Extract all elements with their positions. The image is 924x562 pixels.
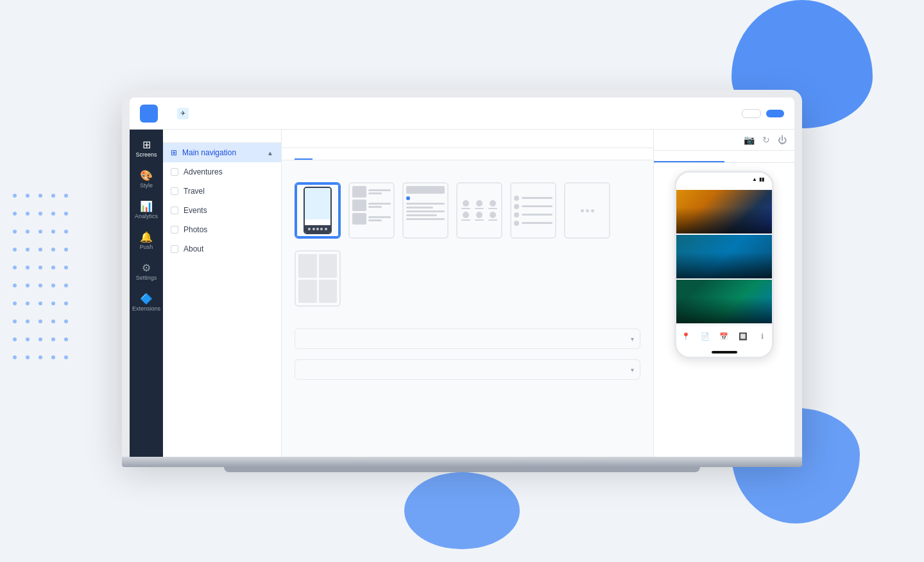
phone-status-bar: ▲ ▮▮ — [676, 173, 772, 185]
sidebar-item-extensions[interactable]: 🔷 Extensions — [130, 289, 163, 317]
tab-navigation-bar[interactable] — [330, 148, 348, 160]
screens-icon: ⊞ — [142, 140, 151, 150]
laptop-screen: ✈ ⊞ Screens — [130, 98, 794, 457]
starting-screen-select[interactable] — [295, 328, 640, 349]
dot — [312, 228, 315, 230]
app-layout: ✈ ⊞ Screens — [130, 98, 794, 457]
grid-icon — [476, 200, 483, 207]
card-img — [352, 200, 366, 211]
layout-icon-grid[interactable] — [456, 182, 502, 243]
screen-item-main-navigation[interactable]: ⊞ Main navigation ▲ — [163, 143, 281, 162]
layout-none[interactable] — [564, 182, 610, 243]
blob-bottom-center — [404, 472, 520, 549]
list-icon — [514, 221, 519, 226]
list-icon — [514, 204, 519, 209]
tab-iphone-xs-max[interactable] — [654, 151, 724, 162]
refresh-icon[interactable]: ↻ — [762, 135, 770, 145]
card-list-thumb — [348, 182, 395, 239]
layout-tab-bar[interactable] — [295, 182, 341, 243]
card-thumb-visual — [350, 183, 393, 237]
grid-cell — [460, 200, 471, 209]
card-img — [352, 186, 366, 198]
style-label: Style — [140, 182, 153, 189]
screen-item-events[interactable]: Events — [163, 201, 281, 220]
wifi-icon: ▲ — [752, 176, 757, 182]
sidebar-item-screens[interactable]: ⊞ Screens — [130, 135, 163, 163]
line — [406, 210, 445, 212]
line — [368, 192, 382, 194]
tile-grid-visual — [296, 251, 339, 305]
screen-item-photos[interactable]: Photos — [163, 220, 281, 239]
phone-content: 📍 📄 📅 — [676, 190, 772, 349]
phone-bottom-nav: 📍 📄 📅 — [676, 325, 772, 349]
list-line — [522, 197, 552, 199]
layout-list[interactable] — [510, 182, 556, 243]
layout-tile-grid[interactable] — [295, 250, 341, 311]
phone-status-icons: ▲ ▮▮ — [752, 176, 764, 182]
screen-item-travel[interactable]: Travel — [163, 182, 281, 201]
phone-nav-events[interactable]: 📅 — [715, 330, 734, 345]
none-dots — [581, 209, 594, 212]
list-icon — [514, 196, 519, 201]
layout-drawer[interactable] — [402, 182, 449, 243]
phone-card-mountains — [676, 190, 772, 234]
hire-pro-button[interactable] — [742, 109, 761, 118]
screens-label: Screens — [135, 151, 157, 158]
phone-nav-about[interactable]: ℹ — [753, 330, 772, 345]
tab-iphone-8-plus[interactable] — [724, 151, 795, 162]
phone-mockup: ▲ ▮▮ — [674, 171, 774, 359]
grid-icon — [463, 212, 469, 218]
settings-label: Settings — [136, 275, 157, 281]
grid-label — [488, 219, 497, 221]
icon-grid-thumb — [456, 182, 502, 239]
push-icon: 🔔 — [140, 232, 153, 243]
icons-text-select[interactable] — [295, 359, 640, 380]
tab-icons[interactable] — [312, 148, 330, 160]
sidebar-item-style[interactable]: 🎨 Style — [130, 166, 163, 194]
card-img — [352, 213, 366, 225]
about-nav-icon: ℹ — [761, 332, 764, 341]
sidebar-item-push[interactable]: 🔔 Push — [130, 227, 163, 255]
phone-bottom-bar — [676, 349, 772, 357]
dot-grid-decoration: const grid = document.querySelector('.do… — [13, 194, 72, 368]
screen-item-adventures[interactable]: Adventures — [163, 162, 281, 182]
grid-icon — [463, 200, 469, 207]
dot — [320, 228, 323, 230]
phone-card-fishing — [676, 235, 772, 278]
tab-layout[interactable] — [295, 148, 312, 160]
grid-icon — [490, 212, 496, 218]
travel-nav-icon: 📄 — [701, 332, 710, 341]
grid-label — [461, 208, 470, 209]
drawer-thumb — [402, 182, 449, 239]
about-checkbox[interactable] — [171, 245, 178, 253]
laptop-wrapper: ✈ ⊞ Screens — [122, 90, 802, 472]
phone-card-fishing2 — [676, 280, 772, 323]
photos-checkbox[interactable] — [171, 226, 178, 234]
main-nav-icon: ⊞ — [171, 148, 177, 157]
app-logo[interactable] — [140, 105, 158, 123]
dot — [316, 228, 319, 230]
power-icon[interactable]: ⏻ — [778, 135, 787, 145]
publish-button[interactable] — [766, 110, 784, 117]
layout-card-list[interactable] — [348, 182, 395, 243]
style-icon: 🎨 — [140, 171, 153, 181]
drawer-header — [406, 186, 445, 194]
events-checkbox[interactable] — [171, 207, 178, 214]
travel-checkbox[interactable] — [171, 187, 178, 195]
nav-layouts — [295, 182, 640, 311]
tile-cell — [298, 254, 317, 278]
phone-thumb-bar — [305, 225, 330, 233]
camera-icon[interactable]: 📷 — [744, 135, 755, 145]
card-row — [352, 186, 391, 198]
phone-nav-travel[interactable]: 📄 — [696, 330, 715, 345]
phone-nav-photos[interactable]: 🔲 — [733, 330, 753, 345]
adventures-checkbox[interactable] — [171, 168, 178, 176]
screen-item-about[interactable]: About — [163, 239, 281, 259]
phone-nav-adventures[interactable]: 📍 — [676, 330, 696, 345]
sidebar-item-settings[interactable]: ⚙ Settings — [130, 258, 163, 286]
phone-thumb — [304, 187, 332, 234]
chevron-icon[interactable] — [724, 107, 737, 120]
list-icon — [514, 212, 519, 217]
list-line — [522, 214, 552, 216]
sidebar-item-analytics[interactable]: 📊 Analytics — [130, 196, 163, 225]
